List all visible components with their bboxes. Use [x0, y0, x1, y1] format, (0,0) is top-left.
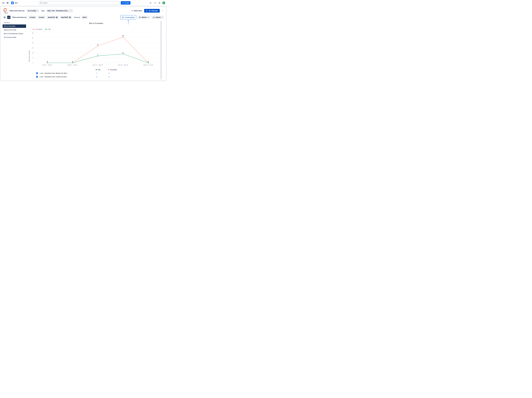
app-name: Jira [15, 2, 18, 4]
svg-text:7: 7 [97, 54, 98, 55]
svg-text:20: 20 [32, 42, 33, 44]
custom-filter-chip[interactable]: Custom [38, 16, 45, 19]
clear-date-from-icon[interactable]: × [56, 17, 57, 18]
jira-logo-icon [11, 1, 14, 4]
sla-report-card: L SLA Select work items by: SLA Config S… [1, 7, 166, 80]
legend-item-exceeded[interactable]: Exceeded [32, 28, 42, 30]
line-chart: Work Items Number 051015202530Apr-28 — M… [28, 31, 164, 67]
help-icon[interactable]: ? [153, 1, 157, 5]
sidebar-item-statuses-pie-chart[interactable]: Statuses Pie Chart [3, 28, 26, 31]
svg-text:25: 25 [32, 37, 33, 39]
svg-text:15: 15 [32, 47, 33, 49]
search-input[interactable] [39, 1, 119, 5]
jira-sla-report-page: Jira Create ? NL [0, 0, 167, 81]
settings-gear-icon[interactable] [158, 1, 161, 5]
date-from-chip[interactable]: May/01/25 × [47, 16, 59, 19]
cloud-download-icon [153, 17, 155, 18]
chevron-down-icon [37, 10, 38, 11]
sla-config-dropdown[interactable]: SLA Config [26, 9, 39, 12]
chevron-down-icon [162, 17, 163, 18]
sla-manager-button[interactable]: SLA Manager [144, 9, 160, 12]
select-view-button[interactable]: ☆ Select View [130, 9, 143, 12]
date-to-chip[interactable]: May/30/25 × [60, 16, 72, 19]
check-icon [37, 73, 38, 74]
top-navigation-bar: Jira Create ? NL [0, 0, 167, 6]
exceeded-count-link[interactable]: 4 [108, 72, 122, 74]
sla-select-dropdown[interactable]: [D2] !_Dev - Resolution time, [... [46, 9, 73, 12]
search-icon [40, 2, 42, 4]
highlight-outline: Create gadget [120, 15, 136, 19]
group-by-label: Group by [74, 17, 80, 18]
svg-text:0: 0 [148, 61, 149, 62]
exceeded-column-header: Exceeded [108, 69, 122, 71]
exceeded-swatch [108, 69, 109, 70]
star-icon: ☆ [131, 10, 133, 12]
created-filter-chip[interactable]: Created [28, 16, 36, 19]
sla-app-header: L SLA Select work items by: SLA Config S… [1, 7, 166, 15]
svg-text:9: 9 [123, 52, 123, 53]
chart-view-toggle[interactable] [7, 16, 10, 19]
svg-text:10: 10 [32, 52, 33, 54]
y-axis-label: Work Items Number [29, 35, 30, 62]
criteria-table-header: Met Exceeded [36, 68, 164, 71]
legend-item-met[interactable]: Met [45, 28, 51, 30]
svg-text:5: 5 [33, 57, 33, 58]
plus-icon [122, 2, 124, 4]
met-count-link[interactable]: 7 [96, 72, 108, 74]
met-legend-swatch [45, 29, 47, 29]
reports-sidebar: REPORTS Met vs Exceeded Statuses Pie Cha… [1, 20, 27, 80]
export-dropdown[interactable]: Export [152, 16, 164, 19]
filter-right-actions: Create gadget Metrics Export [120, 15, 164, 19]
svg-text:Apr-28 — May-04: Apr-28 — May-04 [43, 64, 52, 66]
svg-text:0: 0 [33, 62, 33, 63]
global-search [39, 1, 119, 5]
clear-date-to-icon[interactable]: × [69, 17, 71, 18]
svg-text:0: 0 [72, 61, 73, 62]
svg-text:SLA: SLA [5, 12, 8, 14]
user-avatar[interactable]: NL [162, 1, 165, 4]
met-swatch [96, 69, 97, 70]
sidebar-item-met-vs-exceeded[interactable]: Met vs Exceeded [3, 25, 26, 28]
notifications-bell-icon[interactable] [149, 1, 152, 5]
met-column-header: Met [96, 69, 108, 71]
svg-text:L: L [5, 9, 6, 11]
exceeded-legend-swatch [32, 29, 35, 29]
select-work-items-label: Select work items by: [10, 10, 25, 12]
vertical-scrollbar[interactable] [161, 21, 161, 80]
criteria-row-blocker: !_Dev - Resolution time: Blocker (1h 30m… [36, 71, 164, 75]
met-count-link[interactable]: 5 [96, 76, 108, 78]
filter-work-items-label: Filter work items by: [12, 17, 27, 18]
sliders-icon [139, 16, 141, 18]
gadget-icon [122, 17, 124, 18]
met-vs-exceeded-line-chart: 051015202530Apr-28 — May-04May-05 — May-… [30, 31, 162, 67]
criteria-checkbox[interactable] [36, 76, 38, 78]
sla-app-logo: L SLA [3, 8, 8, 14]
sidebar-toggle-icon[interactable] [2, 1, 5, 5]
sidebar-item-sla-success-rate[interactable]: SLA Success Rate [3, 36, 26, 39]
table-view-toggle[interactable] [3, 16, 6, 19]
chart-legend: Exceeded Met [30, 27, 53, 31]
app-switcher-icon[interactable] [6, 1, 9, 5]
header-right-actions: ☆ Select View SLA Manager ⋮ [130, 9, 164, 12]
group-by-value-chip[interactable]: Week [81, 16, 88, 19]
metrics-dropdown[interactable]: Metrics [138, 16, 150, 19]
criteria-label: !_Dev - Resolution time: Critical (2h 30… [39, 76, 96, 78]
chart-title: Met vs Exceeded [28, 22, 164, 25]
more-options-kebab-icon[interactable]: ⋮ [161, 9, 164, 12]
criteria-checkbox[interactable] [36, 72, 38, 74]
criteria-row-critical: !_Dev - Resolution time: Critical (2h 30… [36, 75, 164, 78]
topbar-right-icons: ? NL [149, 1, 165, 5]
create-button[interactable]: Create [121, 1, 130, 5]
report-body: REPORTS Met vs Exceeded Statuses Pie Cha… [1, 20, 166, 80]
jira-brand[interactable]: Jira [11, 1, 18, 4]
svg-text:26: 26 [122, 35, 124, 36]
criteria-label: !_Dev - Resolution time: Blocker (1h 30m… [39, 72, 96, 74]
filter-toolbar: Filter work items by: Created Custom May… [1, 15, 166, 20]
svg-text:May-19 — May-25: May-19 — May-25 [118, 64, 128, 66]
reports-heading: REPORTS [3, 21, 26, 25]
chevron-down-icon [148, 17, 149, 18]
sidebar-item-met-vs-exceeded-per-criteria[interactable]: Met vs Exceeded per Criteria [3, 32, 26, 35]
exceeded-count-link[interactable]: 4 [108, 76, 122, 78]
chevron-down-icon [71, 10, 72, 11]
create-gadget-button[interactable]: Create gadget [121, 16, 136, 19]
